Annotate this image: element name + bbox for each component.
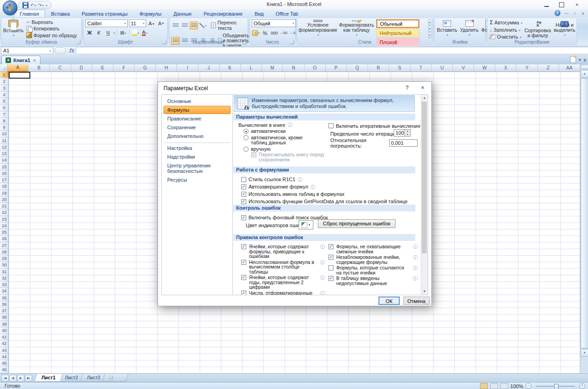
info-icon[interactable]: ⓘ: [413, 244, 418, 254]
row-header[interactable]: 36: [0, 301, 9, 308]
checkbox-item[interactable]: Формулы, которые ссылаются на пустые яче…: [328, 265, 418, 275]
checkbox-item[interactable]: ✓ В таблицу введены недопустимые данные …: [328, 276, 418, 286]
iterative-calc-checkbox[interactable]: Включить итеративные вычисления: [328, 123, 420, 129]
row-header[interactable]: 23: [0, 216, 9, 223]
row-header[interactable]: 21: [0, 203, 9, 209]
row-header[interactable]: 38: [0, 314, 9, 320]
alignment-dialog-launcher[interactable]: [243, 40, 247, 44]
row-header[interactable]: 44: [0, 354, 9, 360]
sidebar-item[interactable]: Правописание: [164, 114, 231, 123]
column-header[interactable]: H: [156, 64, 177, 72]
info-icon[interactable]: ⓘ: [288, 122, 292, 127]
align-bottom-button[interactable]: [190, 22, 198, 29]
info-icon[interactable]: ⓘ: [298, 177, 302, 182]
row-header[interactable]: 18: [0, 183, 9, 189]
column-header[interactable]: N: [283, 64, 304, 72]
comma-style-button[interactable]: 000: [270, 29, 278, 37]
format-as-table-button[interactable]: Форматировать как таблицу▾: [338, 18, 375, 39]
checkbox-item[interactable]: ✓ Автозавершение формул ⓘ: [241, 184, 410, 189]
increase-font-button[interactable]: А▲: [147, 19, 156, 27]
checkbox-item[interactable]: ✓ Ячейки, которые содержат годы, предста…: [241, 275, 325, 290]
paste-button[interactable]: Вставить ▾: [1, 18, 25, 39]
spin-down-icon[interactable]: ▼: [405, 133, 410, 136]
row-header[interactable]: 11: [0, 137, 9, 144]
align-top-button[interactable]: [171, 22, 180, 29]
row-header[interactable]: 41: [0, 334, 9, 340]
row-header[interactable]: 30: [0, 262, 9, 268]
formula-input[interactable]: [76, 47, 588, 54]
checkbox-item[interactable]: ✓ Использовать функции GetPivotData для …: [241, 199, 410, 204]
ribbon-tab[interactable]: Разметка страницы: [76, 10, 134, 17]
column-header[interactable]: M: [262, 64, 283, 72]
info-icon[interactable]: ⓘ: [413, 255, 418, 264]
ribbon-tab[interactable]: Office Tab: [270, 10, 304, 17]
row-header[interactable]: 19: [0, 190, 9, 196]
bold-button[interactable]: Ж: [85, 29, 94, 37]
row-header[interactable]: 22: [0, 209, 9, 216]
row-header[interactable]: 45: [0, 360, 9, 366]
row-header[interactable]: 7: [0, 111, 9, 118]
help-icon[interactable]: ?: [554, 10, 560, 16]
row-header[interactable]: 46: [0, 366, 9, 373]
decrease-font-button[interactable]: А▼: [157, 19, 165, 27]
info-icon[interactable]: ⓘ: [320, 244, 325, 259]
sidebar-item[interactable]: Ресурсы: [164, 176, 231, 184]
sidebar-item[interactable]: Сохранение: [164, 123, 231, 132]
column-header[interactable]: E: [92, 64, 113, 72]
zoom-slider[interactable]: [536, 386, 575, 387]
insert-cells-button[interactable]: Вставить▾: [435, 18, 459, 39]
row-header[interactable]: 39: [0, 321, 9, 327]
row-header[interactable]: 43: [0, 347, 9, 354]
document-tab[interactable]: X Книга1 ✕: [1, 56, 40, 64]
row-header[interactable]: 26: [0, 235, 9, 242]
number-dialog-launcher[interactable]: [290, 40, 294, 44]
chevron-down-icon[interactable]: ▾: [13, 33, 14, 38]
column-header[interactable]: P: [326, 64, 347, 72]
new-doc-tab-icon[interactable]: [570, 56, 576, 63]
column-header[interactable]: R: [368, 64, 389, 72]
column-header[interactable]: F: [113, 64, 135, 72]
sidebar-item[interactable]: Основные: [164, 97, 231, 105]
scroll-up-icon[interactable]: ▲: [581, 70, 588, 78]
split-handle[interactable]: [581, 65, 588, 69]
sidebar-item[interactable]: Надстройки: [164, 153, 231, 161]
column-header[interactable]: Y: [516, 64, 537, 72]
cell-style-item[interactable]: Обычный: [376, 19, 419, 28]
scroll-down-icon[interactable]: ▼: [581, 349, 588, 357]
zoom-out-button[interactable]: −: [526, 383, 531, 389]
row-header[interactable]: 16: [0, 170, 9, 177]
background-error-check-checkbox[interactable]: ✓ Включить фоновый поиск ошибок: [241, 215, 328, 220]
scroll-up-icon[interactable]: ▲: [421, 95, 428, 101]
row-header[interactable]: 40: [0, 327, 9, 334]
dialog-close-icon[interactable]: ×: [419, 85, 426, 91]
ribbon-tab[interactable]: Формулы: [134, 10, 168, 17]
font-color-button[interactable]: А▾: [141, 29, 149, 37]
row-header[interactable]: 34: [0, 288, 9, 294]
underline-button[interactable]: Ч: [104, 29, 112, 37]
accounting-format-button[interactable]: ▾: [252, 29, 260, 37]
ribbon-tab[interactable]: Рецензирование: [198, 10, 249, 17]
checkbox-item[interactable]: ✓ Использовать имена таблиц в формулах: [241, 191, 410, 197]
column-header[interactable]: G: [135, 64, 156, 72]
row-header[interactable]: 1: [0, 72, 9, 78]
column-header[interactable]: T: [411, 64, 432, 72]
fill-color-button[interactable]: ▾: [131, 29, 140, 37]
dialog-scrollbar[interactable]: ▲ ▼: [421, 95, 428, 295]
row-header[interactable]: 15: [0, 164, 9, 170]
select-all-corner[interactable]: [0, 64, 7, 72]
vertical-scrollbar[interactable]: ▲ ▼: [580, 64, 588, 373]
insert-sheet-tab[interactable]: ❏: [102, 374, 129, 382]
row-header[interactable]: 32: [0, 275, 9, 281]
radio-option[interactable]: ● автоматически: [243, 129, 319, 134]
minimize-button[interactable]: [544, 2, 549, 7]
row-header[interactable]: 12: [0, 144, 9, 150]
row-header[interactable]: 31: [0, 269, 9, 275]
column-header[interactable]: S: [389, 64, 410, 72]
first-sheet-button[interactable]: |◀: [1, 375, 9, 382]
row-header[interactable]: 10: [0, 131, 9, 137]
radio-option[interactable]: вручную: [243, 147, 319, 152]
column-header[interactable]: Q: [347, 64, 368, 72]
dialog-resize-grip[interactable]: [426, 300, 430, 305]
close-doc-tab-icon[interactable]: ✕: [33, 58, 36, 63]
column-header[interactable]: K: [220, 64, 241, 72]
